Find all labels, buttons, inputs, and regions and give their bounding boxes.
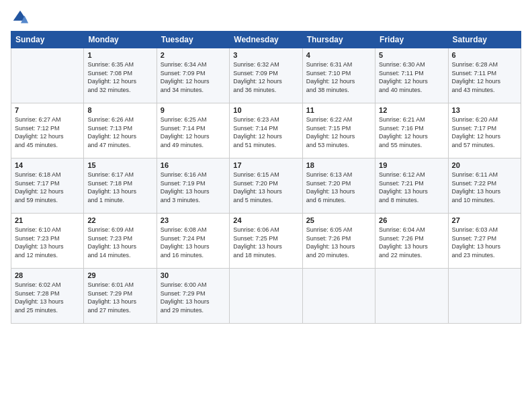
day-number: 29 [87, 271, 152, 279]
calendar-cell: 4Sunrise: 6:31 AM Sunset: 7:10 PM Daylig… [302, 48, 375, 103]
calendar-cell: 19Sunrise: 6:12 AM Sunset: 7:21 PM Dayli… [375, 158, 448, 214]
calendar-cell: 9Sunrise: 6:25 AM Sunset: 7:14 PM Daylig… [157, 103, 229, 158]
cell-info: Sunrise: 6:11 AM Sunset: 7:22 PM Dayligh… [452, 171, 517, 204]
cell-info: Sunrise: 6:12 AM Sunset: 7:21 PM Dayligh… [379, 171, 444, 204]
calendar-cell: 20Sunrise: 6:11 AM Sunset: 7:22 PM Dayli… [448, 158, 521, 214]
calendar-cell: 14Sunrise: 6:18 AM Sunset: 7:17 PM Dayli… [11, 158, 84, 214]
week-row-2: 7Sunrise: 6:27 AM Sunset: 7:12 PM Daylig… [11, 103, 521, 158]
calendar-cell: 17Sunrise: 6:15 AM Sunset: 7:20 PM Dayli… [230, 158, 302, 214]
page-container: SundayMondayTuesdayWednesdayThursdayFrid… [0, 0, 532, 329]
calendar-cell: 30Sunrise: 6:00 AM Sunset: 7:29 PM Dayli… [157, 269, 229, 324]
cell-info: Sunrise: 6:04 AM Sunset: 7:26 PM Dayligh… [379, 226, 444, 259]
cell-info: Sunrise: 6:15 AM Sunset: 7:20 PM Dayligh… [233, 171, 298, 204]
calendar-cell: 12Sunrise: 6:21 AM Sunset: 7:16 PM Dayli… [375, 103, 448, 158]
cell-info: Sunrise: 6:32 AM Sunset: 7:09 PM Dayligh… [233, 60, 298, 94]
day-number: 17 [233, 161, 298, 169]
calendar-cell: 3Sunrise: 6:32 AM Sunset: 7:09 PM Daylig… [230, 48, 302, 103]
cell-info: Sunrise: 6:20 AM Sunset: 7:17 PM Dayligh… [452, 116, 517, 149]
cell-info: Sunrise: 6:05 AM Sunset: 7:26 PM Dayligh… [306, 226, 371, 259]
day-number: 5 [379, 51, 444, 59]
cell-info: Sunrise: 6:10 AM Sunset: 7:23 PM Dayligh… [15, 226, 80, 259]
day-number: 10 [233, 106, 298, 114]
calendar-cell [302, 269, 375, 324]
calendar-cell: 10Sunrise: 6:23 AM Sunset: 7:14 PM Dayli… [230, 103, 302, 158]
day-number: 22 [87, 216, 152, 224]
header [11, 8, 521, 27]
cell-info: Sunrise: 6:30 AM Sunset: 7:11 PM Dayligh… [379, 60, 444, 94]
day-number: 15 [87, 161, 152, 169]
logo [11, 8, 32, 27]
calendar-cell: 22Sunrise: 6:09 AM Sunset: 7:23 PM Dayli… [84, 214, 157, 269]
header-row: SundayMondayTuesdayWednesdayThursdayFrid… [11, 32, 521, 48]
day-number: 20 [452, 161, 517, 169]
cell-info: Sunrise: 6:22 AM Sunset: 7:15 PM Dayligh… [306, 116, 371, 149]
cell-info: Sunrise: 6:23 AM Sunset: 7:14 PM Dayligh… [233, 116, 298, 149]
day-number: 8 [87, 106, 152, 114]
day-number: 13 [452, 106, 517, 114]
calendar-cell [11, 48, 84, 103]
day-number: 24 [233, 216, 298, 224]
calendar-cell: 1Sunrise: 6:35 AM Sunset: 7:08 PM Daylig… [84, 48, 157, 103]
cell-info: Sunrise: 6:00 AM Sunset: 7:29 PM Dayligh… [161, 281, 226, 314]
cell-info: Sunrise: 6:25 AM Sunset: 7:14 PM Dayligh… [161, 116, 226, 149]
calendar-cell: 23Sunrise: 6:08 AM Sunset: 7:24 PM Dayli… [157, 214, 229, 269]
col-header-friday: Friday [375, 32, 448, 48]
calendar-cell: 16Sunrise: 6:16 AM Sunset: 7:19 PM Dayli… [157, 158, 229, 214]
day-number: 12 [379, 106, 444, 114]
calendar-table: SundayMondayTuesdayWednesdayThursdayFrid… [11, 31, 521, 324]
calendar-cell [230, 269, 302, 324]
calendar-cell: 11Sunrise: 6:22 AM Sunset: 7:15 PM Dayli… [302, 103, 375, 158]
day-number: 25 [306, 216, 371, 224]
cell-info: Sunrise: 6:21 AM Sunset: 7:16 PM Dayligh… [379, 116, 444, 149]
cell-info: Sunrise: 6:06 AM Sunset: 7:25 PM Dayligh… [233, 226, 298, 259]
week-row-5: 28Sunrise: 6:02 AM Sunset: 7:28 PM Dayli… [11, 269, 521, 324]
day-number: 3 [233, 51, 298, 59]
day-number: 16 [161, 161, 226, 169]
day-number: 27 [452, 216, 517, 224]
day-number: 1 [87, 51, 152, 59]
cell-info: Sunrise: 6:17 AM Sunset: 7:18 PM Dayligh… [87, 171, 152, 204]
calendar-cell: 21Sunrise: 6:10 AM Sunset: 7:23 PM Dayli… [11, 214, 84, 269]
cell-info: Sunrise: 6:01 AM Sunset: 7:29 PM Dayligh… [87, 281, 152, 314]
calendar-cell: 7Sunrise: 6:27 AM Sunset: 7:12 PM Daylig… [11, 103, 84, 158]
cell-info: Sunrise: 6:13 AM Sunset: 7:20 PM Dayligh… [306, 171, 371, 204]
calendar-cell: 5Sunrise: 6:30 AM Sunset: 7:11 PM Daylig… [375, 48, 448, 103]
cell-info: Sunrise: 6:02 AM Sunset: 7:28 PM Dayligh… [15, 281, 80, 314]
cell-info: Sunrise: 6:27 AM Sunset: 7:12 PM Dayligh… [15, 116, 80, 149]
calendar-cell: 26Sunrise: 6:04 AM Sunset: 7:26 PM Dayli… [375, 214, 448, 269]
day-number: 6 [452, 51, 517, 59]
calendar-cell: 18Sunrise: 6:13 AM Sunset: 7:20 PM Dayli… [302, 158, 375, 214]
day-number: 14 [15, 161, 80, 169]
calendar-cell: 27Sunrise: 6:03 AM Sunset: 7:27 PM Dayli… [448, 214, 521, 269]
day-number: 21 [15, 216, 80, 224]
col-header-monday: Monday [84, 32, 157, 48]
cell-info: Sunrise: 6:03 AM Sunset: 7:27 PM Dayligh… [452, 226, 517, 259]
calendar-cell: 29Sunrise: 6:01 AM Sunset: 7:29 PM Dayli… [84, 269, 157, 324]
week-row-1: 1Sunrise: 6:35 AM Sunset: 7:08 PM Daylig… [11, 48, 521, 103]
day-number: 4 [306, 51, 371, 59]
cell-info: Sunrise: 6:35 AM Sunset: 7:08 PM Dayligh… [87, 60, 152, 94]
day-number: 18 [306, 161, 371, 169]
day-number: 2 [161, 51, 226, 59]
day-number: 11 [306, 106, 371, 114]
col-header-saturday: Saturday [448, 32, 521, 48]
col-header-sunday: Sunday [11, 32, 84, 48]
week-row-3: 14Sunrise: 6:18 AM Sunset: 7:17 PM Dayli… [11, 158, 521, 214]
day-number: 28 [15, 271, 80, 279]
calendar-cell: 28Sunrise: 6:02 AM Sunset: 7:28 PM Dayli… [11, 269, 84, 324]
cell-info: Sunrise: 6:34 AM Sunset: 7:09 PM Dayligh… [161, 60, 226, 94]
calendar-cell [448, 269, 521, 324]
day-number: 30 [161, 271, 226, 279]
calendar-cell: 8Sunrise: 6:26 AM Sunset: 7:13 PM Daylig… [84, 103, 157, 158]
day-number: 26 [379, 216, 444, 224]
cell-info: Sunrise: 6:16 AM Sunset: 7:19 PM Dayligh… [161, 171, 226, 204]
day-number: 23 [161, 216, 226, 224]
day-number: 9 [161, 106, 226, 114]
day-number: 7 [15, 106, 80, 114]
calendar-cell: 2Sunrise: 6:34 AM Sunset: 7:09 PM Daylig… [157, 48, 229, 103]
col-header-thursday: Thursday [302, 32, 375, 48]
calendar-cell: 13Sunrise: 6:20 AM Sunset: 7:17 PM Dayli… [448, 103, 521, 158]
calendar-cell: 6Sunrise: 6:28 AM Sunset: 7:11 PM Daylig… [448, 48, 521, 103]
cell-info: Sunrise: 6:31 AM Sunset: 7:10 PM Dayligh… [306, 60, 371, 94]
week-row-4: 21Sunrise: 6:10 AM Sunset: 7:23 PM Dayli… [11, 214, 521, 269]
